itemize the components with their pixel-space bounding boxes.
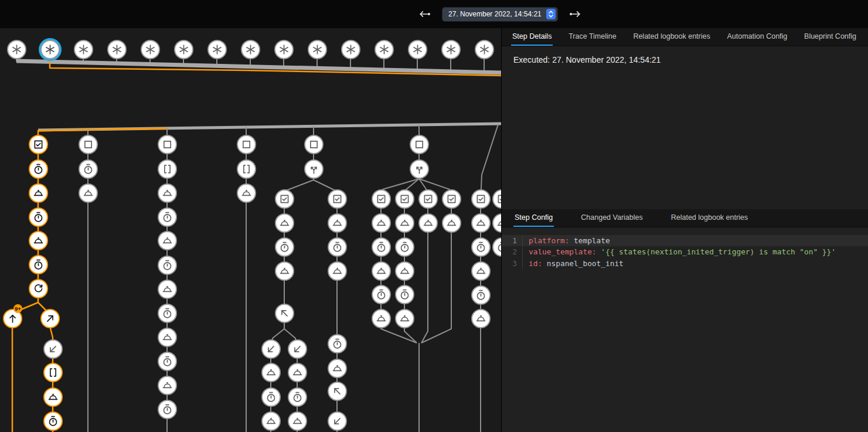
trace-node-timer[interactable]	[29, 159, 48, 179]
trace-node-timer[interactable]	[372, 237, 391, 257]
code-line[interactable]: 3id: nspanel_boot_init	[502, 258, 868, 269]
trace-node-timer[interactable]	[275, 237, 294, 257]
tab-automation-config[interactable]: Automation Config	[726, 28, 788, 46]
trace-node-timer[interactable]	[29, 255, 48, 274]
tab-related-logbook-entries[interactable]: Related logbook entries	[670, 209, 749, 227]
trace-node-brackets[interactable]	[43, 363, 63, 382]
trace-node-timer[interactable]	[43, 411, 63, 431]
trace-node-service[interactable]	[442, 213, 461, 233]
trace-node-asterisk[interactable]	[40, 40, 60, 59]
trace-node-timer[interactable]	[79, 159, 98, 179]
trace-node-service[interactable]	[471, 213, 491, 233]
trace-node-checkbox-blank[interactable]	[410, 135, 429, 154]
trace-node-brackets[interactable]	[158, 159, 177, 179]
trace-node-timer[interactable]	[261, 387, 281, 407]
trace-node-service[interactable]	[395, 213, 414, 233]
trace-node-checkbox-marked[interactable]	[471, 189, 491, 209]
trace-node-service[interactable]	[288, 411, 307, 431]
trace-node-checkbox-blank[interactable]	[304, 135, 324, 154]
trace-node-timer[interactable]	[395, 237, 414, 257]
trace-node-service[interactable]	[372, 309, 391, 328]
step-config-editor[interactable]: 1platform: template2value_template: '{{ …	[502, 227, 868, 432]
trace-node-asterisk[interactable]	[7, 40, 26, 59]
trace-node-checkbox-marked[interactable]	[442, 189, 461, 209]
tab-trace-timeline[interactable]: Trace Timeline	[567, 28, 618, 46]
trace-node-timer[interactable]	[158, 208, 177, 227]
trace-node-service[interactable]	[471, 309, 491, 328]
trace-node-timer[interactable]	[288, 387, 307, 407]
trace-node-service[interactable]	[158, 183, 177, 203]
trace-node-checkbox-blank[interactable]	[237, 135, 256, 154]
trace-node-checkbox-marked[interactable]	[418, 189, 438, 209]
trace-node-asterisk[interactable]	[74, 40, 93, 59]
trace-node-timer[interactable]	[158, 352, 177, 371]
run-select[interactable]: 27. November 2022, 14:54:21	[442, 7, 558, 22]
trace-node-asterisk[interactable]	[274, 40, 294, 59]
trace-node-asterisk[interactable]	[441, 40, 461, 59]
next-run-button[interactable]	[567, 6, 583, 22]
trace-node-asterisk[interactable]	[241, 40, 260, 59]
trace-node-service[interactable]	[29, 183, 48, 203]
trace-node-service[interactable]	[328, 261, 347, 281]
trace-node-service[interactable]	[328, 213, 347, 233]
trace-node-service[interactable]	[471, 261, 491, 281]
trace-node-arrow-top-left[interactable]	[275, 304, 294, 323]
trace-node-service[interactable]	[158, 231, 177, 250]
trace-node-arrow-bottom-left[interactable]	[288, 339, 307, 359]
tab-step-config[interactable]: Step Config	[513, 209, 554, 227]
trace-node-service[interactable]	[261, 411, 281, 431]
trace-node-service[interactable]	[275, 213, 294, 233]
trace-node-service[interactable]	[418, 213, 438, 233]
trace-node-service[interactable]	[275, 261, 294, 281]
trace-node-refresh[interactable]	[29, 279, 48, 298]
trace-node-service[interactable]	[328, 359, 347, 378]
trace-node-timer[interactable]	[328, 237, 347, 257]
trace-node-timer[interactable]	[158, 256, 177, 275]
tab-blueprint-config[interactable]: Blueprint Config	[803, 28, 857, 46]
trace-node-asterisk[interactable]	[141, 40, 160, 59]
trace-node-arrow-top-right[interactable]	[40, 309, 60, 328]
trace-node-checkbox-marked[interactable]	[328, 189, 347, 209]
trace-node-arrow-bottom-left[interactable]	[328, 411, 347, 431]
trace-node-asterisk[interactable]	[341, 40, 360, 59]
trace-node-service[interactable]	[29, 231, 48, 250]
trace-node-checkbox-marked[interactable]	[372, 189, 391, 209]
trace-node-checkbox-marked[interactable]	[29, 135, 48, 154]
trace-node-service[interactable]	[158, 376, 177, 395]
trace-node-split[interactable]	[410, 159, 429, 179]
trace-node-service[interactable]	[43, 387, 63, 407]
trace-node-asterisk[interactable]	[207, 40, 227, 59]
trace-node-arrow-top-left[interactable]	[328, 382, 347, 401]
trace-node-service[interactable]	[372, 261, 391, 281]
trace-node-service[interactable]	[79, 183, 98, 203]
trace-node-split[interactable]	[304, 159, 324, 179]
trace-node-asterisk[interactable]	[408, 40, 427, 59]
trace-node-checkbox-blank[interactable]	[79, 135, 98, 154]
trace-node-service[interactable]	[158, 328, 177, 347]
trace-node-timer[interactable]	[372, 285, 391, 304]
trace-node-checkbox-marked[interactable]	[395, 189, 414, 209]
trace-node-timer[interactable]	[395, 285, 414, 304]
trace-node-timer[interactable]	[471, 285, 491, 305]
trace-node-brackets[interactable]	[237, 159, 256, 179]
trace-node-asterisk[interactable]	[308, 40, 327, 59]
trace-node-service[interactable]	[395, 261, 414, 281]
trace-node-timer[interactable]	[29, 208, 48, 227]
trace-node-asterisk[interactable]	[174, 40, 193, 59]
tab-related-logbook-entries[interactable]: Related logbook entries	[632, 28, 711, 46]
trace-node-asterisk[interactable]	[375, 40, 394, 59]
trace-node-arrow-bottom-left[interactable]	[43, 339, 63, 359]
trace-node-timer[interactable]	[158, 400, 177, 419]
trace-node-asterisk[interactable]	[107, 40, 127, 59]
trace-node-service[interactable]	[237, 183, 256, 203]
trace-node-service[interactable]	[288, 363, 307, 382]
trace-node-service[interactable]	[395, 309, 414, 328]
code-line[interactable]: 1platform: template	[502, 235, 868, 246]
code-line[interactable]: 2value_template: '{{ states(nextion_init…	[502, 246, 868, 257]
trace-node-timer[interactable]	[471, 237, 491, 257]
trace-node-asterisk[interactable]	[475, 40, 494, 59]
trace-node-checkbox-marked[interactable]	[275, 189, 294, 209]
tab-step-details[interactable]: Step Details	[511, 28, 553, 46]
trace-node-arrow-bottom-left[interactable]	[261, 339, 281, 359]
trace-node-service[interactable]	[372, 213, 391, 233]
